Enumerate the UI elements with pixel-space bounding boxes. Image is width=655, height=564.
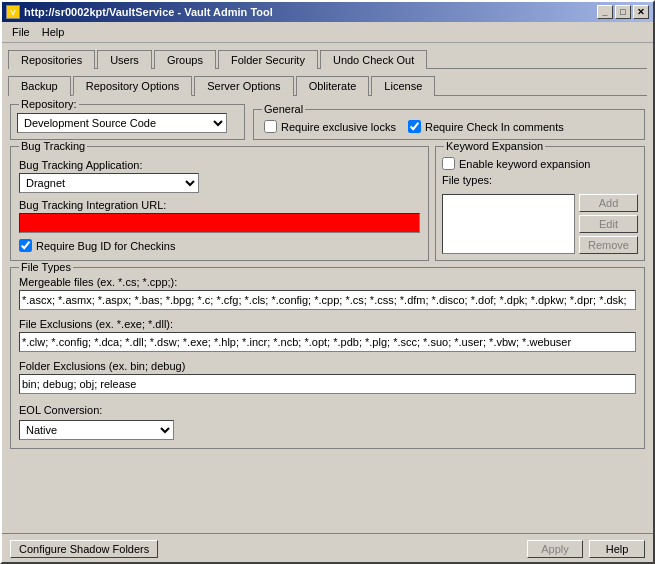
tab-users[interactable]: Users (97, 50, 152, 69)
checkin-comments-checkbox[interactable] (408, 120, 421, 133)
file-types-legend: File Types (19, 261, 73, 273)
bug-tracking-group: Bug Tracking Bug Tracking Application: D… (10, 146, 429, 261)
bug-url-input[interactable] (19, 213, 420, 233)
eol-select[interactable]: Native Windows (CR/LF) Unix (LF) Mac (CR… (19, 420, 174, 440)
close-button[interactable]: ✕ (633, 5, 649, 19)
file-exclusions-input[interactable] (19, 332, 636, 352)
keyword-expansion-group: Keyword Expansion Enable keyword expansi… (435, 146, 645, 261)
file-types-kw-label: File types: (442, 174, 492, 186)
repository-legend: Repository: (19, 98, 79, 110)
folder-excl-label: Folder Exclusions (ex. bin; debug) (19, 360, 185, 372)
mergeable-label: Mergeable files (ex. *.cs; *.cpp;): (19, 276, 177, 288)
enable-keyword-label: Enable keyword expansion (459, 158, 590, 170)
titlebar: V http://sr0002kpt/VaultService - Vault … (2, 2, 653, 22)
exclusive-locks-row: Require exclusive locks (264, 120, 396, 133)
remove-keyword-button[interactable]: Remove (579, 236, 638, 254)
tab-row-1: Repositories Users Groups Folder Securit… (2, 45, 653, 68)
configure-shadow-button[interactable]: Configure Shadow Folders (10, 540, 158, 558)
enable-keyword-row: Enable keyword expansion (442, 157, 638, 170)
bug-app-label: Bug Tracking Application: (19, 159, 420, 171)
tab-server-options[interactable]: Server Options (194, 76, 293, 96)
keyword-inner: Add Edit Remove (442, 194, 638, 254)
exclusive-locks-label: Require exclusive locks (281, 121, 396, 133)
tab-undo-check-out[interactable]: Undo Check Out (320, 50, 427, 69)
window-title: http://sr0002kpt/VaultService - Vault Ad… (24, 6, 273, 18)
edit-keyword-button[interactable]: Edit (579, 215, 638, 233)
main-content: Repository: Development Source Code Gene… (2, 96, 653, 533)
tab-row-2: Backup Repository Options Server Options… (2, 71, 653, 95)
menu-help[interactable]: Help (36, 24, 71, 40)
bottom-right-buttons: Apply Help (527, 540, 645, 558)
main-window: V http://sr0002kpt/VaultService - Vault … (0, 0, 655, 564)
bottom-bar: Configure Shadow Folders Apply Help (2, 533, 653, 562)
titlebar-buttons: _ □ ✕ (597, 5, 649, 19)
tab-folder-security[interactable]: Folder Security (218, 50, 318, 69)
app-icon: V (6, 5, 20, 19)
folder-exclusions-input[interactable] (19, 374, 636, 394)
tab-repository-options[interactable]: Repository Options (73, 76, 193, 96)
tab-obliterate[interactable]: Obliterate (296, 76, 370, 96)
mergeable-input[interactable] (19, 290, 636, 310)
keyword-file-types-list[interactable] (442, 194, 575, 254)
require-bug-id-label: Require Bug ID for Checkins (36, 240, 175, 252)
tab-license[interactable]: License (371, 76, 435, 96)
general-group: General Require exclusive locks Require … (253, 109, 645, 140)
exclusive-locks-checkbox[interactable] (264, 120, 277, 133)
checkin-comments-row: Require Check In comments (408, 120, 564, 133)
file-types-group: File Types Mergeable files (ex. *.cs; *.… (10, 267, 645, 449)
menubar: File Help (2, 22, 653, 43)
tab-backup[interactable]: Backup (8, 76, 71, 96)
repo-general-row: Repository: Development Source Code Gene… (10, 104, 645, 140)
require-bug-id-checkbox[interactable] (19, 239, 32, 252)
menu-file[interactable]: File (6, 24, 36, 40)
repository-select[interactable]: Development Source Code (17, 113, 227, 133)
help-button[interactable]: Help (589, 540, 645, 558)
maximize-button[interactable]: □ (615, 5, 631, 19)
enable-keyword-checkbox[interactable] (442, 157, 455, 170)
eol-label: EOL Conversion: (19, 404, 636, 416)
apply-button[interactable]: Apply (527, 540, 583, 558)
checkin-comments-label: Require Check In comments (425, 121, 564, 133)
keyword-legend: Keyword Expansion (444, 140, 545, 152)
tab-groups[interactable]: Groups (154, 50, 216, 69)
require-bug-id-row: Require Bug ID for Checkins (19, 239, 420, 252)
repository-group: Repository: Development Source Code (10, 104, 245, 140)
add-keyword-button[interactable]: Add (579, 194, 638, 212)
bug-app-select[interactable]: Dragnet (19, 173, 199, 193)
minimize-button[interactable]: _ (597, 5, 613, 19)
bug-tracking-legend: Bug Tracking (19, 140, 87, 152)
keyword-buttons: Add Edit Remove (579, 194, 638, 254)
general-legend: General (262, 103, 305, 115)
bug-url-label: Bug Tracking Integration URL: (19, 199, 166, 211)
middle-row: Bug Tracking Bug Tracking Application: D… (10, 146, 645, 261)
tab-repositories[interactable]: Repositories (8, 50, 95, 69)
file-excl-label: File Exclusions (ex. *.exe; *.dll): (19, 318, 173, 330)
